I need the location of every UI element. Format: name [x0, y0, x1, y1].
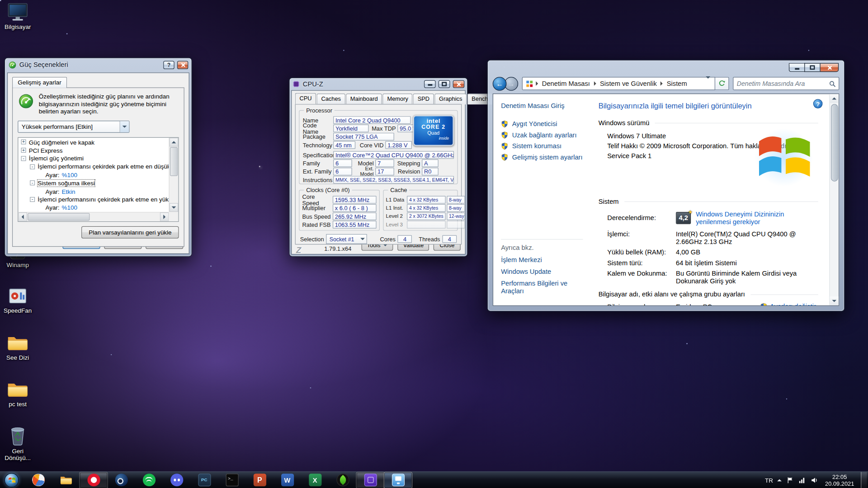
- instructions-field[interactable]: MMX, SSE, SSE2, SSE3, SSSE3, SSE4.1, EM6…: [333, 176, 454, 183]
- expander-icon[interactable]: -: [30, 181, 35, 186]
- family-field[interactable]: 6: [333, 159, 352, 167]
- search-box[interactable]: [733, 77, 839, 90]
- tab-cpu[interactable]: CPU: [295, 93, 316, 104]
- scrollbar-thumb[interactable]: [28, 213, 90, 221]
- change-settings-link[interactable]: Ayarları değiştir: [770, 303, 816, 306]
- cpu-name-field[interactable]: Intel Core 2 Quad Q9400: [333, 116, 410, 124]
- core-vid-field[interactable]: 1.288 V: [385, 141, 412, 149]
- tree-item[interactable]: Ayar: Etkin: [43, 187, 169, 195]
- expander-icon[interactable]: -: [21, 156, 26, 161]
- tab-caches[interactable]: Caches: [317, 94, 345, 104]
- address-dropdown-button[interactable]: [703, 79, 713, 89]
- scroll-down-arrow[interactable]: [830, 296, 839, 305]
- help-button[interactable]: ?: [813, 99, 823, 108]
- socket-select[interactable]: Socket #1: [326, 234, 367, 244]
- scroll-right-arrow[interactable]: [160, 212, 169, 221]
- breadcrumb-control-panel[interactable]: Denetim Masası: [539, 78, 593, 89]
- taskbar-explorer[interactable]: [52, 472, 80, 488]
- rated-fsb-field[interactable]: 1063.55 MHz: [333, 221, 377, 228]
- desktop-icon-see-dizi[interactable]: See Dizi: [1, 334, 34, 361]
- back-button[interactable]: ←: [493, 77, 507, 91]
- tree-item[interactable]: - Sistem soğuma ilkesi: [28, 179, 169, 187]
- l1-data-way-field[interactable]: 8-way: [447, 196, 465, 203]
- horizontal-scrollbar[interactable]: [18, 211, 169, 221]
- cpuz-titlebar[interactable]: CPU-Z: [289, 78, 467, 90]
- desktop-icon-recycle-bin[interactable]: Geri Dönüşü...: [1, 425, 34, 461]
- language-indicator[interactable]: TR: [765, 477, 773, 483]
- sidebar-item-control-panel-home[interactable]: Denetim Masası Giriş: [501, 102, 590, 109]
- sidebar-item-windows-update[interactable]: Windows Update: [501, 268, 583, 276]
- scroll-up-arrow[interactable]: [170, 137, 179, 146]
- power-plan-select[interactable]: Yüksek performans [Etkin]: [18, 120, 129, 132]
- sidebar-item-action-center[interactable]: İşlem Merkezi: [501, 256, 583, 264]
- tree-item[interactable]: Ayar: %100: [43, 171, 169, 179]
- stepping-field[interactable]: A: [422, 159, 439, 167]
- action-center-icon[interactable]: [786, 476, 794, 484]
- specification-field[interactable]: Intel® Core™2 Quad CPU Q9400 @ 2.66GHz: [333, 151, 454, 159]
- hidden-icons-chevron[interactable]: [778, 479, 782, 481]
- taskbar-pc-app[interactable]: [190, 472, 218, 488]
- tab-advanced-settings[interactable]: Gelişmiş ayarlar: [12, 77, 67, 88]
- scroll-down-arrow[interactable]: [170, 203, 179, 212]
- maximize-button[interactable]: [804, 63, 820, 72]
- search-input[interactable]: [733, 80, 829, 87]
- tree-item[interactable]: + Güç düğmeleri ve kapak: [19, 138, 169, 146]
- expander-icon[interactable]: -: [30, 197, 35, 202]
- network-icon[interactable]: [798, 476, 806, 484]
- help-button[interactable]: ?: [163, 61, 174, 69]
- breadcrumb-system[interactable]: Sistem: [664, 78, 690, 89]
- tree-item[interactable]: - İşlemci performansını çekirdek park et…: [28, 195, 169, 203]
- scrollbar-thumb[interactable]: [830, 104, 838, 181]
- scrollbar-thumb[interactable]: [170, 147, 178, 176]
- level2-way-field[interactable]: 12-way: [447, 212, 465, 220]
- minimize-button[interactable]: [789, 63, 804, 72]
- taskbar-powerpoint[interactable]: [246, 472, 274, 488]
- cores-field[interactable]: 4: [398, 235, 412, 243]
- tree-item[interactable]: + PCI Express: [19, 146, 169, 155]
- volume-icon[interactable]: [811, 476, 818, 484]
- taskbar-excel[interactable]: [301, 472, 329, 488]
- model-field[interactable]: 7: [375, 159, 394, 167]
- sidebar-item-advanced-system-settings[interactable]: Gelişmiş sistem ayarları: [501, 152, 590, 163]
- setting-value-link[interactable]: %100: [62, 172, 77, 178]
- scroll-up-arrow[interactable]: [830, 94, 839, 103]
- maximize-button[interactable]: [439, 80, 450, 88]
- bus-speed-field[interactable]: 265.92 MHz: [333, 212, 377, 220]
- taskbar-steam[interactable]: [108, 472, 135, 488]
- taskbar-word[interactable]: [274, 472, 301, 488]
- l1-data-field[interactable]: 4 x 32 KBytes: [407, 196, 446, 203]
- desktop-icon-speedfan[interactable]: SpeedFan: [1, 286, 34, 314]
- taskbar-spotify[interactable]: [135, 472, 163, 488]
- tree-item[interactable]: - İşlemci performansı çekirdek park etme…: [28, 163, 169, 171]
- combo-dropdown-button[interactable]: [119, 121, 129, 132]
- close-button[interactable]: [177, 61, 188, 69]
- taskbar-cpuz[interactable]: [357, 472, 384, 488]
- taskbar-terminal[interactable]: [218, 472, 245, 488]
- tree-item[interactable]: - İşlemci güç yönetimi: [19, 155, 169, 163]
- power-titlebar[interactable]: Güç Seçenekleri ?: [5, 58, 192, 71]
- desktop-icon-computer[interactable]: Bilgisayar: [1, 2, 34, 30]
- wei-refresh-link[interactable]: Windows Deneyimi Dizininizin yenilenmesi…: [696, 210, 818, 225]
- sidebar-item-device-manager[interactable]: Aygıt Yöneticisi: [501, 118, 590, 129]
- tab-mainboard[interactable]: Mainboard: [346, 94, 382, 104]
- desktop-icon-pc-test[interactable]: pc test: [1, 380, 34, 407]
- show-desktop-button[interactable]: [861, 472, 867, 488]
- code-name-field[interactable]: Yorkfield: [333, 124, 368, 132]
- sidebar-item-system-protection[interactable]: Sistem koruması: [501, 141, 590, 151]
- address-bar[interactable]: Denetim Masası Sistem ve Güvenlik Sistem: [522, 77, 715, 90]
- expander-icon[interactable]: -: [30, 164, 35, 169]
- expander-icon[interactable]: +: [21, 148, 26, 153]
- package-field[interactable]: Socket 775 LGA: [333, 132, 394, 140]
- vertical-scrollbar[interactable]: [169, 137, 178, 211]
- revision-field[interactable]: R0: [422, 167, 439, 175]
- breadcrumb-system-security[interactable]: Sistem ve Güvenlik: [597, 78, 660, 89]
- taskbar-discord[interactable]: [163, 472, 190, 488]
- taskbar-media-player[interactable]: [24, 472, 52, 488]
- threads-field[interactable]: 4: [442, 235, 457, 243]
- minimize-button[interactable]: [424, 80, 436, 88]
- vertical-scrollbar[interactable]: [829, 94, 839, 305]
- close-button[interactable]: [453, 80, 465, 88]
- taskbar-green-app[interactable]: [329, 472, 356, 488]
- expander-icon[interactable]: +: [21, 140, 26, 145]
- multiplier-field[interactable]: x 6.0 ( 6 - 8 ): [333, 204, 377, 211]
